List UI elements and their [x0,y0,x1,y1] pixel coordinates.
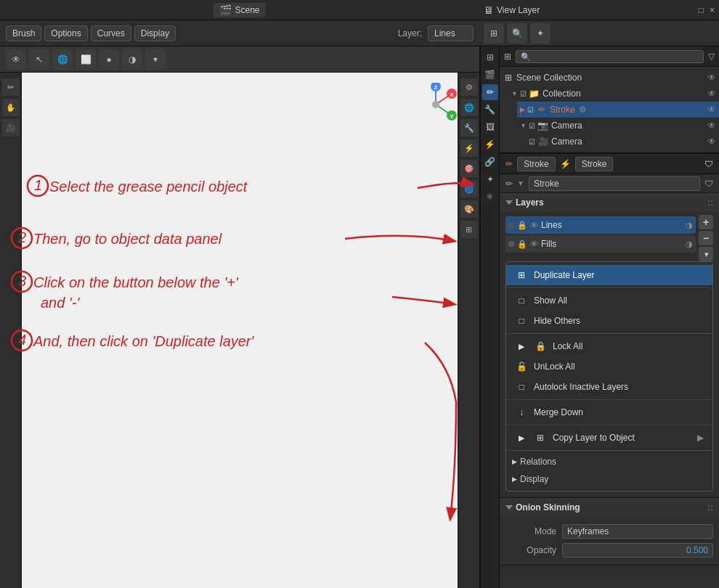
collection-arrow: ▼ [511,90,518,97]
tool-right-3[interactable]: 🔧 [460,119,478,136]
add-layer-btn[interactable]: + [699,215,713,229]
menu-show-all[interactable]: □ Show All [506,290,712,311]
vp-more-btn[interactable]: ▾ [145,49,166,70]
close-btn[interactable]: × [710,5,715,15]
tool-annotate[interactable]: ✏ [2,78,20,96]
menu-unlock-all[interactable]: 🔓 UnLock All [506,356,712,377]
menu-divider-1 [506,287,712,288]
camera-parent-eye[interactable]: 👁 [707,121,716,131]
menu-merge-down[interactable]: ↓ Merge Down [506,402,712,422]
remove-layer-btn[interactable]: − [699,231,713,245]
menu-display[interactable]: ▶ Display [506,470,712,488]
stroke-label: Stroke [550,105,575,115]
prop-icon-1[interactable]: ⊞ [484,23,504,44]
filter-icon[interactable]: ▽ [708,52,715,62]
autolock-label: Autolock Inactive Layers [534,382,628,392]
menu-lock-all[interactable]: ▶ 🔒 Lock All [506,336,712,356]
vp-globe-btn[interactable]: 🌐 [52,49,73,70]
onion-mode-dropdown[interactable]: Keyframes Frames [562,524,713,539]
tool-right-4[interactable]: ⚡ [460,139,478,157]
camera-child-eye[interactable]: 👁 [707,136,716,147]
stroke-icon: ✏ [536,104,548,115]
menu-hide-others[interactable]: □ Hide Others [506,311,712,331]
tree-stroke[interactable]: ▶ ☑ ✏ Stroke ⚙ 👁 [517,102,719,118]
props-icon-image[interactable]: 🖼 [482,119,498,135]
maximize-btn[interactable]: □ [699,5,704,15]
layer-row-lines[interactable]: 🔒 👁 Lines ◑ [505,216,696,234]
camera-checkbox[interactable]: ☑ [529,122,535,130]
stroke-shield-icon: 🛡 [704,159,713,169]
menu-divider-3 [506,399,712,400]
tree-camera-parent[interactable]: ▼ ☑ 📷 Camera 👁 [517,118,719,134]
menu-relations[interactable]: ▶ Relations [506,453,712,470]
tool-move[interactable]: ✋ [2,99,20,116]
stroke-checkbox[interactable]: ☑ [527,106,534,114]
onion-mode-label: Mode [505,526,556,536]
tree-scene-collection[interactable]: ⊞ Scene Collection 👁 [500,70,719,86]
lock-all-icon: ▶ [515,340,528,353]
menu-duplicate-layer[interactable]: ⊞ Duplicate Layer [506,265,712,285]
stroke-link-icon: ⚡ [560,159,571,169]
scene-label: Scene [235,5,259,15]
layers-row-wrapper: 🔒 👁 Lines ◑ 🔒 👁 Fills [500,215,719,261]
onion-opacity-label: Opacity [505,545,556,555]
tree-camera-child[interactable]: ☑ 🎥 Camera 👁 [526,134,719,150]
props-icon-physics[interactable]: ⚛ [482,189,498,205]
tree-collection[interactable]: ▼ ☑ 📁 Collection 👁 [508,86,719,102]
tool-camera[interactable]: 🎥 [2,119,20,136]
layers-section-header[interactable]: Layers :: [500,193,719,212]
stroke-name-btn1[interactable]: Stroke [517,157,556,171]
tool-right-1[interactable]: ⚙ [460,78,478,96]
collection-label: Collection [543,89,581,99]
tool-right-8[interactable]: ⊞ [460,221,478,238]
onion-opacity-row: Opacity 0.500 [505,542,713,559]
svg-text:and '-': and '-' [41,295,80,311]
props-icon-data[interactable]: ✏ [482,84,498,100]
prop-icon-3[interactable]: ✦ [530,23,551,44]
stroke-panel-icon: ✏ [505,159,513,169]
props-icon-constraint[interactable]: 🔗 [482,154,498,170]
vp-square-btn[interactable]: ⬜ [76,49,96,70]
layer-row-fills[interactable]: 🔒 👁 Fills ◑ [505,235,696,253]
tool-right-5[interactable]: 🎯 [460,160,478,177]
scene-collection-eye[interactable]: 👁 [707,73,716,83]
props-icon-particles[interactable]: ✦ [482,171,498,187]
props-icon-fx[interactable]: ⚡ [482,136,498,152]
display-button[interactable]: Display [134,25,176,41]
collection-checkbox[interactable]: ☑ [520,90,527,98]
props-icon-scene[interactable]: 🎬 [482,67,498,83]
scene-selector[interactable]: 🎬 Scene [214,3,265,17]
layer-dropdown[interactable]: Lines Fills [428,25,474,41]
onion-drag-handle: :: [707,502,713,513]
tool-right-2[interactable]: 🌐 [460,99,478,116]
viewport[interactable]: 👁 ↖ 🌐 ⬜ ● ◑ ▾ ✏ ✋ 🎥 ⚙ 🌐 🔧 ⚡ 🎯 🌀 🎨 ⊞ [0,46,479,588]
prop-icon-2[interactable]: 🔍 [507,23,527,44]
tool-right-7[interactable]: 🎨 [460,200,478,218]
menu-autolock[interactable]: □ Autolock Inactive Layers [506,377,712,397]
vp-sphere-btn[interactable]: ● [99,49,119,70]
data-name-input[interactable] [529,176,700,191]
camera-parent-icon: 📷 [537,120,549,131]
options-button[interactable]: Options [44,25,87,41]
collection-eye[interactable]: 👁 [707,89,716,99]
collection-icon: 📁 [529,88,540,99]
props-icon-outliner[interactable]: ⊞ [482,49,498,65]
stroke-eye[interactable]: 👁 [707,105,716,115]
menu-copy-layer[interactable]: ▶ ⊞ Copy Layer to Object ▶ [506,428,712,448]
tool-right-6[interactable]: 🌀 [460,180,478,197]
camera-child-checkbox[interactable]: ☑ [529,138,535,146]
vp-view-btn[interactable]: 👁 [6,49,26,70]
outliner-search[interactable] [516,50,704,63]
brush-button[interactable]: Brush [6,25,41,41]
props-icon-modifiers[interactable]: 🔧 [482,102,498,118]
show-all-icon: □ [515,294,528,307]
onion-opacity-value[interactable]: 0.500 [562,543,713,558]
onion-section-header[interactable]: Onion Skinning :: [500,498,719,517]
layer-menu-btn[interactable]: ▾ [699,247,713,261]
gizmo[interactable]: Z Y X [414,83,458,126]
curves-button[interactable]: Curves [91,25,131,41]
data-icon: ✏ [505,179,513,189]
stroke-name-btn2[interactable]: Stroke [575,157,614,171]
vp-material-btn[interactable]: ◑ [122,49,142,70]
vp-cursor-btn[interactable]: ↖ [29,49,49,70]
